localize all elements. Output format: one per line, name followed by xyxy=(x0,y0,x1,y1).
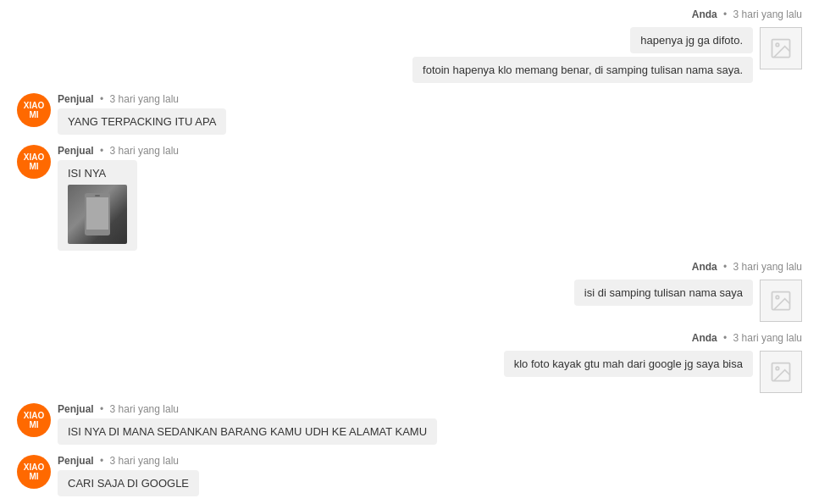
sender-name: Anda xyxy=(692,332,717,344)
image-attachment xyxy=(760,351,802,393)
message-meta: Anda • 3 hari yang lalu xyxy=(692,332,802,344)
dot-sep: • xyxy=(723,8,727,20)
avatar-label: XIAOMI xyxy=(24,152,44,171)
message-meta: Anda • 3 hari yang lalu xyxy=(692,261,802,273)
message-row: Anda • 3 hari yang lalu isi di samping t… xyxy=(17,261,802,322)
message-row: Anda • 3 hari yang lalu klo foto kayak g… xyxy=(17,332,802,393)
thumbnail-image[interactable] xyxy=(68,185,127,244)
message-bubble: YANG TERPACKING ITU APA xyxy=(58,108,226,135)
svg-point-8 xyxy=(776,367,779,370)
avatar: XIAOMI xyxy=(17,145,51,179)
timestamp: 3 hari yang lalu xyxy=(733,261,802,273)
sender-name: Penjual xyxy=(58,93,94,105)
message-bubble: hapenya jg ga difoto. xyxy=(630,27,753,53)
dot-sep: • xyxy=(100,455,107,467)
avatar: XIAOMI xyxy=(17,93,51,127)
avatar-label: XIAOMI xyxy=(24,101,44,119)
message-row: Anda • 3 hari yang lalu hapenya jg ga di… xyxy=(17,8,802,83)
message-meta: Penjual • 3 hari yang lalu xyxy=(58,93,179,105)
message-bubble: klo foto kayak gtu mah dari google jg sa… xyxy=(504,351,753,377)
image-attachment xyxy=(760,27,802,69)
bubble-area: Penjual • 3 hari yang lalu ISI NYA xyxy=(58,145,179,251)
sender-name: Penjual xyxy=(58,455,94,467)
sender-name: Anda xyxy=(692,8,717,20)
chat-container: Anda • 3 hari yang lalu hapenya jg ga di… xyxy=(0,0,819,504)
message-bubble: CARI SAJA DI GOOGLE xyxy=(58,470,199,496)
sender-name: Penjual xyxy=(58,403,94,415)
timestamp: 3 hari yang lalu xyxy=(110,403,179,415)
dot-sep: • xyxy=(100,403,107,415)
message-row: XIAOMI Penjual • 3 hari yang lalu ISI NY… xyxy=(17,403,802,445)
message-meta: Penjual • 3 hari yang lalu xyxy=(58,455,179,467)
bubble-area: Penjual • 3 hari yang lalu ISI NYA DI MA… xyxy=(58,403,437,445)
sender-name: Anda xyxy=(692,261,717,273)
avatar-label: XIAOMI xyxy=(24,411,44,429)
thumb-img-content xyxy=(68,185,127,244)
svg-point-1 xyxy=(776,43,779,47)
timestamp: 3 hari yang lalu xyxy=(733,332,802,344)
dot-sep: • xyxy=(723,261,730,273)
message-bubble: fotoin hapenya klo memang benar, di samp… xyxy=(412,57,753,83)
svg-point-6 xyxy=(776,296,779,299)
dot-sep: • xyxy=(100,93,107,105)
message-bubble: isi di samping tulisan nama saya xyxy=(574,280,753,306)
bubble-area: Penjual • 3 hari yang lalu YANG TERPACKI… xyxy=(58,93,226,135)
message-meta: Penjual • 3 hari yang lalu xyxy=(58,403,179,415)
message-meta: Anda • 3 hari yang lalu xyxy=(692,8,802,20)
avatar-label: XIAOMI xyxy=(24,462,44,481)
timestamp: 3 hari yang lalu xyxy=(110,145,179,157)
timestamp: 3 hari yang lalu xyxy=(733,8,802,20)
image-attachment xyxy=(760,280,802,322)
dot-sep: • xyxy=(100,145,107,157)
message-row: XIAOMI Penjual • 3 hari yang lalu YANG T… xyxy=(17,93,802,135)
bubble-area: Penjual • 3 hari yang lalu CARI SAJA DI … xyxy=(58,455,199,496)
svg-rect-4 xyxy=(95,195,100,197)
message-row: XIAOMI Penjual • 3 hari yang lalu CARI S… xyxy=(17,455,802,496)
bubble-area: Anda • 3 hari yang lalu hapenya jg ga di… xyxy=(412,8,802,83)
bubble-area: Anda • 3 hari yang lalu klo foto kayak g… xyxy=(504,332,802,393)
avatar: XIAOMI xyxy=(17,403,51,437)
sender-name: Penjual xyxy=(58,145,94,157)
message-bubble: ISI NYA xyxy=(58,160,137,251)
bubble-area: Anda • 3 hari yang lalu isi di samping t… xyxy=(574,261,802,322)
timestamp: 3 hari yang lalu xyxy=(110,93,179,105)
message-meta: Penjual • 3 hari yang lalu xyxy=(58,145,179,157)
dot-sep: • xyxy=(723,332,730,344)
timestamp: 3 hari yang lalu xyxy=(110,455,179,467)
message-bubble: ISI NYA DI MANA SEDANKAN BARANG KAMU UDH… xyxy=(58,418,437,445)
svg-rect-3 xyxy=(86,197,108,230)
avatar: XIAOMI xyxy=(17,455,51,489)
message-row: XIAOMI Penjual • 3 hari yang lalu ISI NY… xyxy=(17,145,802,251)
